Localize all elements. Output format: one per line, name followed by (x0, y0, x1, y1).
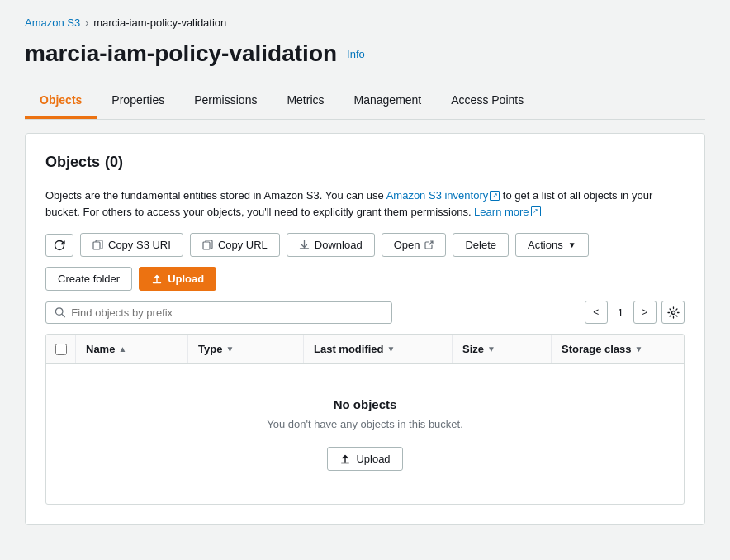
table-header: Name ▲ Type ▼ Last modified ▼ Size ▼ Sto… (46, 335, 684, 364)
tab-access-points[interactable]: Access Points (436, 83, 538, 119)
select-all-checkbox[interactable] (55, 344, 67, 355)
sort-last-modified-icon: ▼ (387, 344, 396, 354)
settings-icon (667, 306, 680, 319)
breadcrumb-parent[interactable]: Amazon S3 (25, 17, 80, 29)
tab-properties[interactable]: Properties (97, 83, 179, 119)
page-title-row: marcia-iam-policy-validation Info (25, 40, 705, 67)
svg-rect-0 (93, 242, 100, 249)
sort-type-icon: ▼ (225, 344, 234, 354)
sort-size-icon: ▼ (487, 344, 495, 354)
open-button[interactable]: Open (382, 233, 447, 257)
objects-table: Name ▲ Type ▼ Last modified ▼ Size ▼ Sto… (45, 334, 685, 505)
th-storage-class[interactable]: Storage class ▼ (552, 335, 684, 363)
create-folder-button[interactable]: Create folder (45, 267, 132, 291)
breadcrumb: Amazon S3 › marcia-iam-policy-validation (25, 17, 705, 29)
tab-management[interactable]: Management (339, 83, 437, 119)
empty-state-desc: You don't have any objects in this bucke… (63, 418, 667, 430)
upload-button-empty[interactable]: Upload (327, 447, 402, 471)
copy-icon-url (202, 240, 213, 250)
empty-state: No objects You don't have any objects in… (46, 364, 684, 504)
copy-icon-s3 (92, 240, 103, 250)
search-icon (55, 306, 65, 318)
pagination: < 1 > (585, 301, 685, 324)
external-link-icon: ↗ (490, 191, 500, 201)
breadcrumb-current: marcia-iam-policy-validation (93, 17, 226, 29)
next-page-button[interactable]: > (633, 301, 657, 324)
open-external-icon (424, 240, 434, 249)
search-input[interactable] (71, 306, 383, 319)
description: Objects are the fundamental entities sto… (45, 187, 685, 220)
breadcrumb-separator: › (85, 17, 88, 29)
search-pagination-row: < 1 > (45, 301, 685, 324)
copy-url-button[interactable]: Copy URL (190, 233, 280, 257)
inventory-link[interactable]: Amazon S3 inventory (386, 189, 489, 202)
tab-objects[interactable]: Objects (25, 83, 97, 119)
sort-storage-class-icon: ▼ (635, 344, 643, 354)
learn-more-link[interactable]: Learn more (474, 206, 529, 218)
actions-button[interactable]: Actions ▼ (515, 233, 589, 257)
section-title: Objects (45, 154, 100, 171)
upload-icon (151, 273, 163, 285)
search-box (45, 301, 392, 324)
refresh-button[interactable] (45, 234, 73, 257)
actions-dropdown-icon: ▼ (568, 240, 576, 249)
svg-point-3 (671, 311, 675, 314)
learn-more-external-icon: ↗ (531, 206, 541, 216)
empty-state-title: No objects (63, 397, 667, 411)
svg-rect-1 (203, 242, 210, 249)
delete-button[interactable]: Delete (453, 233, 509, 257)
copy-s3-uri-button[interactable]: Copy S3 URI (80, 233, 183, 257)
tab-metrics[interactable]: Metrics (272, 83, 339, 119)
info-link[interactable]: Info (347, 48, 365, 60)
page-title: marcia-iam-policy-validation (25, 40, 337, 67)
upload-button-main[interactable]: Upload (139, 267, 216, 291)
th-size[interactable]: Size ▼ (453, 335, 552, 363)
download-button[interactable]: Download (287, 233, 375, 257)
tab-permissions[interactable]: Permissions (179, 83, 272, 119)
prev-page-button[interactable]: < (585, 301, 608, 324)
table-settings-button[interactable] (661, 301, 685, 324)
page-number: 1 (613, 306, 628, 319)
th-type[interactable]: Type ▼ (188, 335, 304, 363)
th-last-modified[interactable]: Last modified ▼ (304, 335, 453, 363)
th-name[interactable]: Name ▲ (76, 335, 188, 363)
refresh-icon (54, 240, 65, 251)
objects-count: (0) (105, 154, 123, 171)
toolbar-row-1: Copy S3 URI Copy URL Download Open (45, 233, 685, 257)
objects-card: Objects (0) Objects are the fundamental … (25, 133, 705, 525)
upload-icon-empty (339, 453, 351, 465)
select-all-checkbox-header (46, 335, 76, 363)
toolbar-row-2: Create folder Upload (45, 267, 685, 291)
tabs-bar: Objects Properties Permissions Metrics M… (25, 83, 705, 120)
download-icon (299, 240, 310, 250)
sort-name-icon: ▲ (118, 344, 126, 354)
